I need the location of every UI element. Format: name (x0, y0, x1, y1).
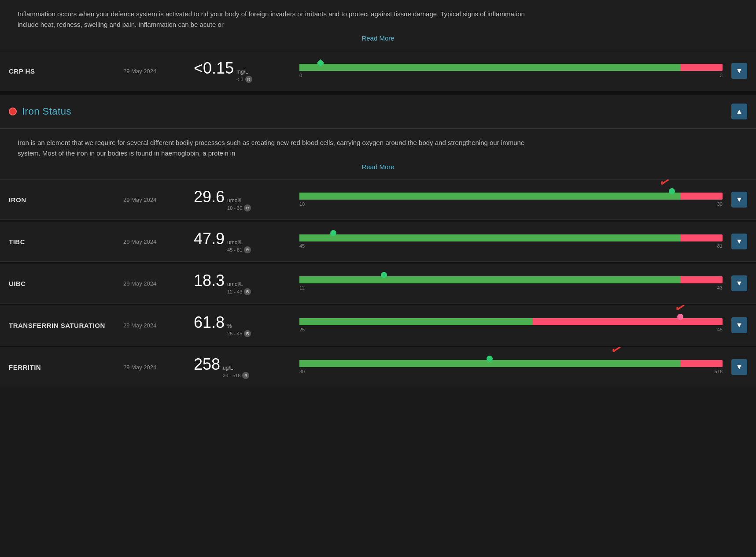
iron-status-header: Iron Status ▲ (0, 95, 756, 129)
uibc-expand-icon: ▼ (736, 279, 743, 287)
uibc-bar-labels: 12 43 (299, 285, 723, 290)
crp-bar-max: 3 (720, 73, 723, 78)
crp-date: 29 May 2024 (123, 68, 194, 74)
crp-bar-container: 0 3 (291, 62, 731, 80)
uibc-name: UIBC (9, 280, 123, 287)
tibc-expand-button[interactable]: ▼ (731, 234, 747, 249)
metric-row-iron: IRON 29 May 2024 29.6 umol/L 10 - 30 R ✓ (0, 180, 756, 220)
iron-expand-icon: ▼ (736, 196, 743, 204)
uibc-value-container: 18.3 umol/L 12 - 43 R (194, 271, 291, 295)
ferritin-bar-red-right (680, 360, 723, 367)
transferrin-bar-green (299, 318, 532, 325)
crp-expand-icon: ▼ (736, 67, 743, 75)
ferritin-range: 30 - 518 R (223, 372, 249, 379)
uibc-expand-button[interactable]: ▼ (731, 275, 747, 291)
transferrin-bar-red-right (532, 318, 723, 325)
tibc-range-text: 45 - 81 (227, 247, 242, 253)
crp-expand-button[interactable]: ▼ (731, 63, 747, 79)
ferritin-range-text: 30 - 518 (223, 373, 240, 378)
crp-value-container: <0.15 mg/L < 3 R (194, 59, 291, 83)
crp-indicator (318, 60, 323, 66)
crp-unit: mg/L (236, 69, 252, 75)
ferritin-bar-min: 30 (299, 369, 305, 374)
iron-metrics-list: IRON 29 May 2024 29.6 umol/L 10 - 30 R ✓ (0, 180, 756, 387)
ferritin-bar-max: 518 (715, 369, 723, 374)
tibc-bar-labels: 45 81 (299, 243, 723, 249)
ferritin-bar-container: ✓ 30 518 (291, 358, 731, 376)
uibc-bar-min: 12 (299, 285, 305, 290)
transferrin-expand-button[interactable]: ▼ (731, 317, 747, 333)
ferritin-unit-range: ug/L 30 - 518 R (223, 365, 249, 379)
iron-expand-button[interactable]: ▼ (731, 192, 747, 208)
tibc-bar-wrapper: 45 81 (299, 233, 723, 250)
transferrin-indicator (677, 314, 683, 320)
transferrin-bar-track (299, 318, 723, 325)
transferrin-indicator-circle-pink (677, 314, 683, 320)
uibc-bar-container: 12 43 (291, 275, 731, 292)
tibc-bar-max: 81 (717, 243, 723, 249)
inflammation-read-more[interactable]: Read More (18, 34, 738, 42)
transferrin-unit: % (227, 323, 251, 329)
iron-status-title-area: Iron Status (9, 106, 71, 117)
tibc-bar-container: 45 81 (291, 233, 731, 250)
transferrin-name: TRANSFERRIN SATURATION (9, 322, 123, 329)
transferrin-unit-range: % 25 - 45 R (227, 323, 251, 337)
ferritin-range-badge: R (242, 372, 249, 379)
iron-bar-track (299, 193, 723, 200)
uibc-bar-red-right (680, 276, 723, 283)
uibc-bar-track (299, 276, 723, 283)
iron-indicator (669, 188, 675, 194)
ferritin-bar-labels: 30 518 (299, 369, 723, 374)
ferritin-expand-button[interactable]: ▼ (731, 359, 747, 375)
iron-value-container: 29.6 umol/L 10 - 30 R (194, 188, 291, 212)
ferritin-value: 258 (194, 355, 220, 374)
crp-range-badge: R (245, 76, 252, 83)
ferritin-date: 29 May 2024 (123, 364, 194, 371)
tibc-indicator-circle (330, 230, 336, 236)
tibc-expand-icon: ▼ (736, 238, 743, 245)
ferritin-name: FERRITIN (9, 364, 123, 371)
iron-bar-green (299, 193, 680, 200)
ferritin-value-container: 258 ug/L 30 - 518 R (194, 355, 291, 379)
transferrin-bar-wrapper: 25 45 (299, 316, 723, 334)
transferrin-bar-container: ✓ 25 45 (291, 316, 731, 334)
iron-unit-range: umol/L 10 - 30 R (227, 197, 251, 212)
iron-value: 29.6 (194, 188, 225, 206)
tibc-date: 29 May 2024 (123, 238, 194, 245)
metric-row-uibc: UIBC 29 May 2024 18.3 umol/L 12 - 43 R (0, 264, 756, 304)
iron-indicator-circle (669, 188, 675, 194)
iron-status-collapse-button[interactable]: ▲ (731, 104, 747, 119)
section-divider-1 (0, 91, 756, 95)
iron-status-title: Iron Status (22, 106, 71, 117)
uibc-indicator (381, 272, 387, 278)
iron-status-read-more[interactable]: Read More (18, 163, 738, 171)
uibc-unit: umol/L (227, 281, 251, 287)
uibc-range: 12 - 43 R (227, 288, 251, 295)
transferrin-date: 29 May 2024 (123, 322, 194, 329)
ferritin-bar-wrapper: 30 518 (299, 358, 723, 376)
iron-range-badge: R (244, 204, 251, 212)
iron-name: IRON (9, 196, 123, 204)
iron-bar-red-right (680, 193, 723, 200)
crp-indicator-diamond (317, 59, 325, 67)
ferritin-expand-icon: ▼ (736, 363, 743, 371)
transferrin-bar-max: 45 (717, 327, 723, 332)
iron-range: 10 - 30 R (227, 204, 251, 212)
iron-range-text: 10 - 30 (227, 205, 242, 211)
crp-bar-green (299, 64, 680, 71)
iron-bar-container: ✓ 10 30 (291, 191, 731, 208)
ferritin-indicator-circle (487, 356, 493, 362)
uibc-indicator-circle (381, 272, 387, 278)
inflammation-section: Inflammation occurs when your defence sy… (0, 0, 756, 51)
transferrin-value: 61.8 (194, 313, 225, 332)
iron-bar-min: 10 (299, 201, 305, 207)
tibc-range: 45 - 81 R (227, 246, 251, 253)
tibc-value: 47.9 (194, 230, 225, 248)
iron-status-description: Iron is an element that we require for s… (18, 137, 546, 159)
iron-bar-max: 30 (717, 201, 723, 207)
iron-status-indicator (9, 108, 17, 115)
metric-row-transferrin: TRANSFERRIN SATURATION 29 May 2024 61.8 … (0, 305, 756, 345)
crp-bar-red-right (680, 64, 723, 71)
transferrin-expand-icon: ▼ (736, 321, 743, 329)
uibc-range-text: 12 - 43 (227, 289, 242, 294)
